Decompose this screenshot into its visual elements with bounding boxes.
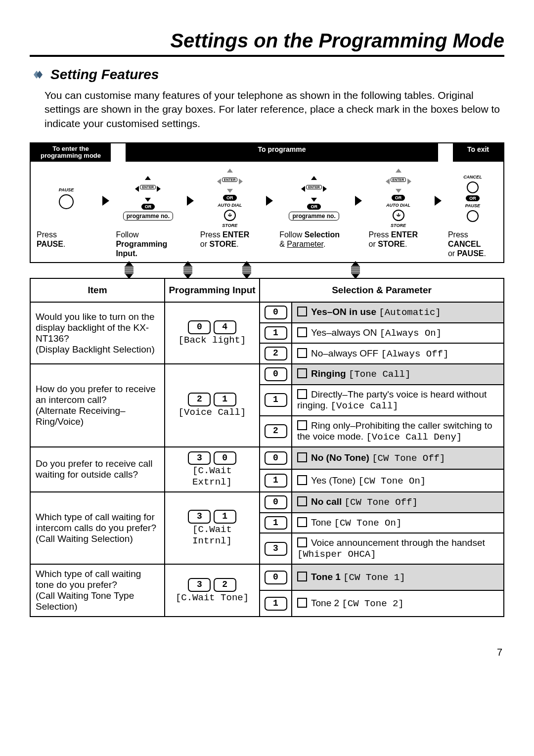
parameter-cell: Yes–ON in use [Automatic] [292,302,504,323]
programming-input-cell: 0 4[Back light] [165,302,260,364]
parameter-cell: Directly–The party's voice is heard with… [292,385,504,416]
checkbox-icon[interactable] [297,517,307,527]
selection-key-cell: 3 [260,533,292,564]
step5-label: Press ENTER or STORE. [369,230,428,249]
page-title: Settings on the Programming Mode [30,30,504,57]
parameter-cell: No (No Tone) [CW Tone Off] [292,447,504,470]
programming-input-cell: 3 1[C.Wait Intrnl] [165,492,260,564]
enter-nav-icon: ENTER [135,176,161,202]
item-cell: Would you like to turn on the display ba… [30,302,165,364]
section-heading: Setting Features [50,67,159,83]
checkbox-icon[interactable] [297,348,307,358]
checkbox-icon[interactable] [297,537,307,547]
enter-nav-icon: ENTER [386,169,411,193]
keycap-icon: 0 [265,495,287,509]
keycap-icon: 2 [265,347,287,360]
arrow-right-icon [266,196,273,206]
checkbox-icon[interactable] [297,572,307,581]
checkbox-icon[interactable] [297,420,307,430]
checkbox-icon[interactable] [297,598,307,608]
programming-input-cell: 3 0[C.Wait Extrnl] [165,447,260,492]
store-label-icon: STORE [391,223,406,228]
selection-key-cell: 0 [260,564,292,590]
checkbox-icon[interactable] [297,496,307,506]
enter-nav-icon: ENTER [217,169,243,193]
programming-input-cell: 3 2[C.Wait Tone] [165,564,260,617]
arrow-right-icon [355,196,362,206]
step1-label: Press PAUSE. [37,230,96,249]
selection-key-cell: 0 [260,364,292,385]
arrow-right-icon [102,196,109,206]
keycap-icon: 0 [265,571,287,584]
step4-label: Follow Selection & Parameter. [279,230,349,249]
keycap-icon: 0 [265,367,287,381]
selection-key-cell: 1 [260,469,292,492]
parameter-cell: No–always OFF [Always Off] [292,343,504,364]
item-cell: Which type of call waiting for intercom … [30,492,165,564]
step6-label: Press CANCEL or PAUSE. [448,230,497,259]
spring-icon [183,261,192,279]
parameter-cell: Ringing [Tone Call] [292,364,504,385]
pause-button-icon [467,210,479,222]
keycap-icon: 3 [188,510,211,524]
flow-header-enter: To enter the programming mode [31,143,111,162]
or-pill-icon: OR [307,204,321,210]
or-pill-icon: OR [141,204,155,210]
cancel-label-icon: CANCEL [463,175,482,179]
programme-no-box: programme no. [123,212,173,221]
diamond-bullet-icon [30,69,46,81]
selection-key-cell: 1 [260,590,292,617]
keycap-icon: 3 [188,451,211,465]
programming-flow-box: To enter the programming mode To program… [30,142,504,263]
keycap-icon: 1 [214,510,236,524]
step2-label: Follow Programming Input. [116,230,180,259]
keycap-icon: 4 [214,320,236,334]
keycap-icon: 0 [265,451,287,465]
arrow-right-icon [187,196,194,206]
page-number: 7 [30,647,504,658]
parameter-cell: Tone 2 [CW Tone 2] [292,590,504,617]
step3-label: Press ENTER or STORE. [200,230,260,249]
settings-table: Item Programming Input Selection & Param… [30,278,504,617]
flow-header-programme: To programme [126,143,438,162]
store-button-icon [393,210,404,221]
parameter-cell: Tone [CW Tone On] [292,513,504,534]
keycap-icon: 1 [265,474,287,488]
checkbox-icon[interactable] [297,475,307,485]
checkbox-icon[interactable] [297,389,307,399]
spring-icon [351,261,360,279]
keycap-icon: 1 [265,393,287,407]
th-prog: Programming Input [165,278,260,302]
keycap-icon: 1 [265,516,287,530]
pause-button-icon [59,194,74,209]
parameter-cell: No call [CW Tone Off] [292,492,504,513]
keycap-icon: 0 [188,320,211,334]
keycap-icon: 0 [214,451,236,465]
keycap-icon: 0 [265,306,287,319]
checkbox-icon[interactable] [297,452,307,462]
th-selparam: Selection & Parameter [260,278,504,302]
store-button-icon [224,210,236,221]
keycap-icon: 2 [188,393,211,406]
checkbox-icon[interactable] [297,307,307,316]
keycap-icon: 1 [265,597,287,611]
checkbox-icon[interactable] [297,368,307,378]
spring-icon [125,261,134,279]
flow-header-exit: To exit [453,143,503,162]
programme-no-box: programme no. [289,212,339,221]
item-cell: How do you prefer to receive an intercom… [30,364,165,447]
keycap-icon: 3 [188,578,211,592]
intro-paragraph: You can customise many features of your … [44,89,504,131]
spring-connectors [30,261,504,279]
autodial-label-icon: AUTO DIAL [386,203,410,208]
or-pill-icon: OR [466,195,480,201]
keycap-icon: 2 [214,578,236,592]
checkbox-icon[interactable] [297,327,307,337]
or-pill-icon: OR [392,195,405,201]
parameter-cell: Tone 1 [CW Tone 1] [292,564,504,590]
enter-nav-icon: ENTER [301,176,327,202]
selection-key-cell: 1 [260,385,292,416]
keycap-icon: 1 [214,393,236,406]
keycap-icon: 1 [265,326,287,340]
selection-key-cell: 2 [260,416,292,447]
